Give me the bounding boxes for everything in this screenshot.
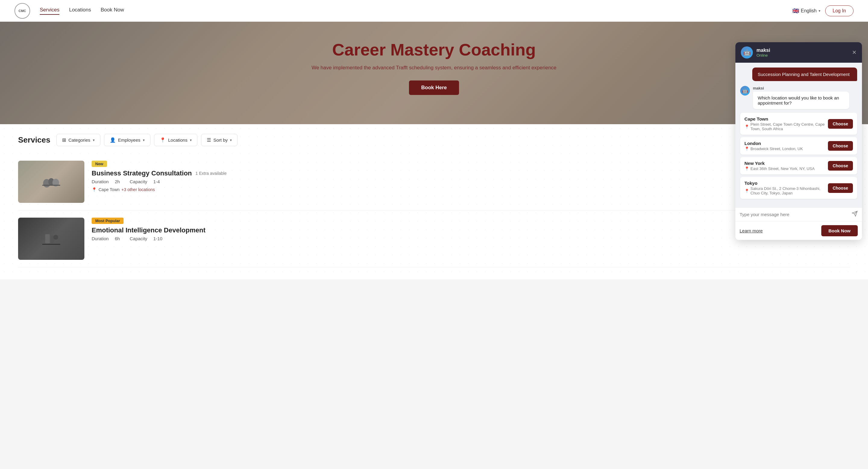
- duration-label: Duration: [92, 179, 109, 184]
- svg-rect-9: [42, 244, 60, 245]
- location-option-name: Cape Town: [744, 116, 825, 122]
- chevron-down-icon: ▾: [818, 9, 820, 13]
- duration-label: Duration: [92, 236, 109, 241]
- pin-icon: 📍: [92, 187, 97, 192]
- sortby-filter[interactable]: ☰ Sort by ▾: [201, 134, 238, 146]
- service-image: [18, 218, 84, 260]
- location-option: Cape Town 📍 Plein Street, Cape Town City…: [740, 113, 857, 135]
- chat-input-area: [735, 207, 862, 221]
- chevron-down-icon: ▾: [230, 138, 232, 142]
- location-option: New York 📍 East 36th Street, New York, N…: [740, 157, 857, 175]
- choose-button-newyork[interactable]: Choose: [828, 161, 853, 170]
- chat-avatar: 🤖: [741, 46, 753, 59]
- service-image-bg: [18, 218, 84, 260]
- location-name: Cape Town: [98, 187, 120, 192]
- extra-locations: +3 other locations: [121, 187, 155, 192]
- duration-value: 2h: [115, 179, 120, 184]
- nav-links: Services Locations Book Now: [40, 7, 792, 15]
- chat-agent-info: maksi Online: [756, 48, 848, 58]
- chat-bot-avatar: 🤖: [740, 86, 750, 96]
- location-option: London 📍 Broadwick Street, London, UK Ch…: [740, 137, 857, 155]
- service-badge-popular: Most Popular: [92, 218, 124, 224]
- hero-book-button[interactable]: Book Here: [409, 81, 459, 95]
- choose-button-london[interactable]: Choose: [828, 141, 853, 151]
- nav-right: 🇬🇧 English ▾ Log In: [792, 5, 854, 16]
- svg-rect-6: [45, 234, 50, 243]
- extra-tag: 1 Extra available: [195, 171, 227, 176]
- location-option-name: London: [744, 141, 825, 146]
- language-selector[interactable]: 🇬🇧 English ▾: [792, 7, 820, 14]
- location-option-info: New York 📍 East 36th Street, New York, N…: [744, 161, 825, 171]
- nav-locations[interactable]: Locations: [69, 7, 91, 15]
- chat-agent-name: maksi: [756, 48, 848, 53]
- location-option-address: 📍 East 36th Street, New York, NY, USA: [744, 166, 825, 171]
- hero-title: Career Mastery Coaching: [332, 40, 535, 59]
- location-option-info: Tokyo 📍 Sakura Dōri St., 2 Chome-3 Nihon…: [744, 181, 825, 195]
- location-option-info: Cape Town 📍 Plein Street, Cape Town City…: [744, 116, 825, 131]
- navbar: CMC Services Locations Book Now 🇬🇧 Engli…: [0, 0, 868, 22]
- location-option-address: 📍 Broadwick Street, London, UK: [744, 147, 825, 151]
- chat-footer: Learn more Book Now: [735, 221, 862, 240]
- location-option-info: London 📍 Broadwick Street, London, UK: [744, 141, 825, 151]
- capacity-value: 1-4: [153, 179, 160, 184]
- language-label: English: [801, 8, 816, 13]
- flag-icon: 🇬🇧: [792, 7, 799, 14]
- location-option-name: New York: [744, 161, 825, 166]
- choose-button-tokyo[interactable]: Choose: [828, 183, 853, 193]
- pin-icon: 📍: [744, 124, 749, 129]
- location-option-name: Tokyo: [744, 181, 825, 186]
- services-title: Services: [18, 135, 50, 145]
- chat-widget: 🤖 maksi Online ✕ Succession Planning and…: [735, 42, 862, 240]
- chat-bot-row: 🤖 maksi Which location would you like to…: [740, 86, 857, 109]
- categories-icon: ⊞: [62, 137, 66, 143]
- pin-icon: 📍: [744, 147, 749, 151]
- nav-book-now[interactable]: Book Now: [101, 7, 124, 15]
- capacity-label: Capacity: [130, 179, 147, 184]
- logo[interactable]: CMC: [14, 3, 30, 19]
- pin-icon: 📍: [744, 166, 749, 171]
- location-option: Tokyo 📍 Sakura Dōri St., 2 Chome-3 Nihon…: [740, 177, 857, 199]
- location-options: Cape Town 📍 Plein Street, Cape Town City…: [740, 113, 857, 199]
- filter-bar: ⊞ Categories ▾ 👤 Employees ▾ 📍 Locations…: [56, 134, 238, 146]
- chevron-down-icon: ▾: [143, 138, 145, 142]
- send-button[interactable]: [852, 211, 858, 218]
- employees-icon: 👤: [110, 137, 116, 143]
- chevron-down-icon: ▾: [190, 138, 192, 142]
- pin-icon: 📍: [744, 189, 749, 193]
- svg-point-8: [53, 235, 58, 240]
- chat-close-button[interactable]: ✕: [852, 49, 857, 56]
- svg-rect-4: [42, 185, 60, 186]
- book-now-button[interactable]: Book Now: [821, 225, 858, 236]
- categories-filter[interactable]: ⊞ Categories ▾: [56, 134, 100, 146]
- capacity-label: Capacity: [130, 236, 147, 241]
- chat-received-message: Which location would you like to book an…: [753, 92, 849, 109]
- service-badge-new: New: [92, 161, 107, 167]
- sort-icon: ☰: [207, 137, 211, 143]
- employees-filter[interactable]: 👤 Employees ▾: [104, 134, 150, 146]
- chat-bot-content: maksi Which location would you like to b…: [753, 86, 849, 109]
- nav-services[interactable]: Services: [40, 7, 59, 15]
- choose-button-capetown[interactable]: Choose: [828, 119, 853, 129]
- chat-body: Succession Planning and Talent Developme…: [735, 63, 862, 207]
- service-image: [18, 161, 84, 203]
- login-button[interactable]: Log In: [825, 5, 854, 16]
- service-image-bg: [18, 161, 84, 203]
- chevron-down-icon: ▾: [93, 138, 95, 142]
- services-header: Services ⊞ Categories ▾ 👤 Employees ▾ 📍 …: [18, 124, 850, 153]
- chat-sent-message: Succession Planning and Talent Developme…: [752, 67, 857, 81]
- service-card: New Business Strategy Consultation 1 Ext…: [18, 153, 850, 210]
- chat-bot-name: maksi: [753, 86, 849, 90]
- capacity-value: 1-10: [153, 236, 162, 241]
- learn-more-link[interactable]: Learn more: [740, 228, 763, 233]
- chat-header: 🤖 maksi Online ✕: [735, 42, 862, 63]
- location-icon: 📍: [160, 137, 166, 143]
- locations-filter[interactable]: 📍 Locations ▾: [154, 134, 197, 146]
- hero-subtitle: We have implemented the advanced Trafft …: [312, 65, 557, 71]
- chat-agent-status: Online: [756, 53, 848, 58]
- service-card: Most Popular Emotional Intelligence Deve…: [18, 210, 850, 268]
- location-option-address: 📍 Plein Street, Cape Town City Centre, C…: [744, 122, 825, 131]
- duration-value: 6h: [115, 236, 120, 241]
- chat-message-input[interactable]: [740, 212, 849, 217]
- location-option-address: 📍 Sakura Dōri St., 2 Chome-3 Nihonbashi,…: [744, 186, 825, 195]
